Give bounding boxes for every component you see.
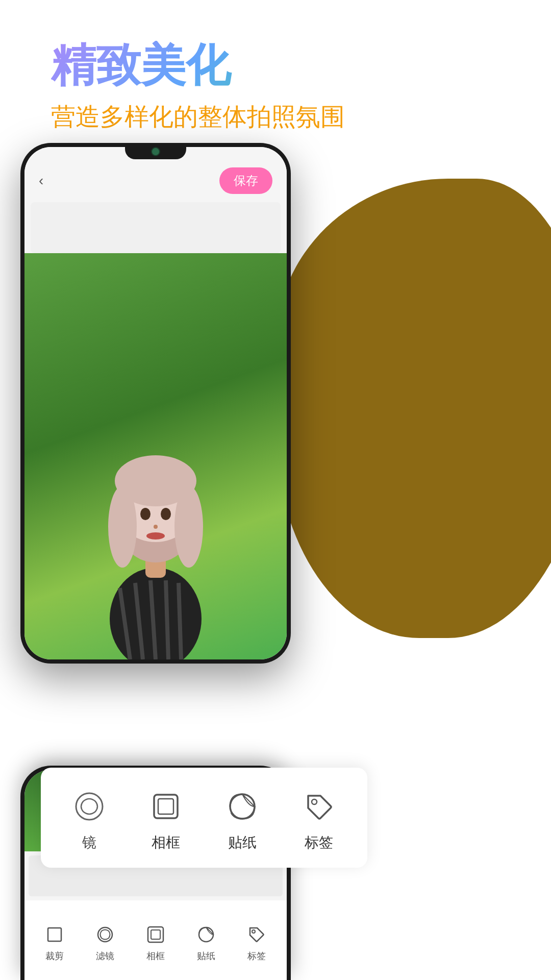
sticker-nav-icon [195, 923, 217, 946]
frame-nav-label: 相框 [146, 950, 165, 962]
svg-point-9 [140, 508, 151, 520]
svg-line-5 [179, 583, 181, 659]
nav-item-tag[interactable]: 标签 [245, 923, 268, 962]
tag-icon [300, 788, 337, 825]
toolbar-item-frame[interactable]: 相框 [147, 788, 184, 852]
filter-icon [71, 788, 108, 825]
crop-icon [43, 923, 66, 946]
person-figure [84, 374, 227, 659]
frame-nav-icon [144, 923, 167, 946]
svg-rect-24 [151, 930, 160, 939]
sticker-nav-label: 贴纸 [197, 950, 215, 962]
tag-nav-icon [245, 923, 268, 946]
nav-item-crop[interactable]: 裁剪 [43, 923, 66, 962]
frame-icon [147, 788, 184, 825]
svg-point-14 [108, 486, 137, 568]
front-camera [151, 147, 160, 156]
phone-notch [125, 143, 186, 159]
phone-screen: ‹ 保存 [24, 147, 287, 659]
svg-point-16 [76, 793, 103, 820]
filter-partial-label: 镜 [82, 833, 96, 852]
svg-point-26 [252, 930, 255, 933]
svg-point-10 [161, 508, 171, 520]
back-button[interactable]: ‹ [39, 173, 43, 189]
toolbar-item-filter-partial[interactable]: 镜 [71, 788, 108, 852]
svg-line-4 [166, 580, 168, 659]
svg-point-20 [312, 799, 317, 804]
photo-area [24, 253, 287, 659]
nav-item-frame[interactable]: 相框 [144, 923, 167, 962]
frame-label: 相框 [152, 833, 180, 852]
nav-item-sticker[interactable]: 贴纸 [195, 923, 217, 962]
tag-nav-label: 标签 [247, 950, 266, 962]
svg-rect-21 [48, 928, 61, 941]
tag-label: 标签 [305, 833, 333, 852]
sticker-label: 贴纸 [228, 833, 257, 852]
toolbar-card: 镜 相框 贴纸 [41, 768, 367, 868]
page-title: 精致美化 [51, 41, 345, 90]
phone-mockup: ‹ 保存 [20, 143, 291, 664]
toolbar-item-tag[interactable]: 标签 [300, 788, 337, 852]
crop-label: 裁剪 [45, 950, 64, 962]
header-section: 精致美化 营造多样化的整体拍照氛围 [51, 41, 345, 133]
svg-point-12 [146, 532, 165, 540]
svg-rect-23 [148, 927, 163, 942]
toolbar-item-sticker[interactable]: 贴纸 [224, 788, 261, 852]
sticker-icon [224, 788, 261, 825]
decorative-blob [276, 179, 551, 638]
bottom-nav: 裁剪 滤镜 相框 [24, 900, 287, 980]
svg-point-15 [174, 486, 203, 568]
filter-label: 滤镜 [96, 950, 114, 962]
svg-rect-18 [158, 799, 173, 814]
filter-nav-icon [94, 923, 116, 946]
nav-item-filter[interactable]: 滤镜 [94, 923, 116, 962]
page-subtitle: 营造多样化的整体拍照氛围 [51, 101, 345, 133]
svg-point-11 [154, 525, 158, 529]
phone-frame: ‹ 保存 [20, 143, 291, 664]
text-input-area[interactable] [31, 202, 281, 253]
save-button[interactable]: 保存 [219, 167, 272, 194]
